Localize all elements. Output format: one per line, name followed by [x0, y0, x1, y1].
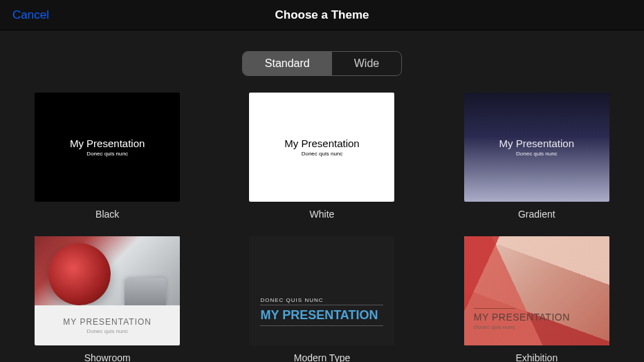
- thumb-title: MY PRESENTATION: [35, 317, 180, 327]
- divider: [260, 305, 383, 305]
- showroom-image: [35, 236, 180, 305]
- segment-wide[interactable]: Wide: [332, 52, 401, 75]
- theme-thumbnail-exhibition: MY PRESENTATION Donec quis nunc: [464, 236, 609, 345]
- thumb-title: My Presentation: [499, 137, 574, 149]
- theme-card-gradient[interactable]: My Presentation Donec quis nunc Gradient: [464, 93, 609, 220]
- theme-thumbnail-modern-type: DONEC QUIS NUNC MY PRESENTATION: [249, 236, 394, 345]
- thumb-title: My Presentation: [284, 137, 359, 149]
- aspect-ratio-segmented-control: Standard Wide: [242, 51, 402, 76]
- cancel-button[interactable]: Cancel: [12, 8, 49, 22]
- thumb-text-area: MY PRESENTATION Donec quis nunc: [474, 308, 570, 330]
- aspect-ratio-toggle-container: Standard Wide: [0, 30, 644, 93]
- segment-standard[interactable]: Standard: [243, 52, 332, 75]
- theme-thumbnail-gradient: My Presentation Donec quis nunc: [464, 93, 609, 202]
- theme-card-modern-type[interactable]: DONEC QUIS NUNC MY PRESENTATION Modern T…: [249, 236, 394, 362]
- page-title: Choose a Theme: [275, 8, 369, 22]
- theme-label: White: [310, 209, 335, 220]
- theme-grid: My Presentation Donec quis nunc Black My…: [0, 93, 644, 362]
- thumb-title: MY PRESENTATION: [260, 308, 378, 323]
- theme-label: Black: [95, 209, 119, 220]
- theme-label: Showroom: [84, 352, 131, 362]
- divider: [474, 308, 515, 309]
- theme-label: Exhibition: [515, 352, 558, 362]
- theme-card-showroom[interactable]: MY PRESENTATION Donec quis nunc Showroom: [35, 236, 180, 362]
- theme-thumbnail-showroom: MY PRESENTATION Donec quis nunc: [35, 236, 180, 345]
- thumb-subtitle: Donec quis nunc: [516, 151, 558, 157]
- thumb-title: MY PRESENTATION: [474, 312, 570, 323]
- theme-card-exhibition[interactable]: MY PRESENTATION Donec quis nunc Exhibiti…: [464, 236, 609, 362]
- thumb-subtitle: Donec quis nunc: [474, 324, 570, 330]
- theme-label: Gradient: [518, 209, 555, 220]
- thumb-subtitle: Donec quis nunc: [302, 151, 343, 157]
- theme-thumbnail-white: My Presentation Donec quis nunc: [249, 93, 394, 202]
- divider: [260, 325, 383, 326]
- thumb-subtitle: Donec quis nunc: [35, 328, 180, 334]
- thumb-subtitle: DONEC QUIS NUNC: [260, 297, 323, 303]
- theme-label: Modern Type: [294, 352, 350, 362]
- theme-card-black[interactable]: My Presentation Donec quis nunc Black: [35, 93, 180, 220]
- theme-thumbnail-black: My Presentation Donec quis nunc: [35, 93, 180, 202]
- thumb-text-area: MY PRESENTATION Donec quis nunc: [35, 317, 180, 334]
- theme-card-white[interactable]: My Presentation Donec quis nunc White: [249, 93, 394, 220]
- thumb-title: My Presentation: [70, 137, 145, 149]
- header-bar: Cancel Choose a Theme: [0, 0, 644, 30]
- thumb-subtitle: Donec quis nunc: [86, 151, 128, 157]
